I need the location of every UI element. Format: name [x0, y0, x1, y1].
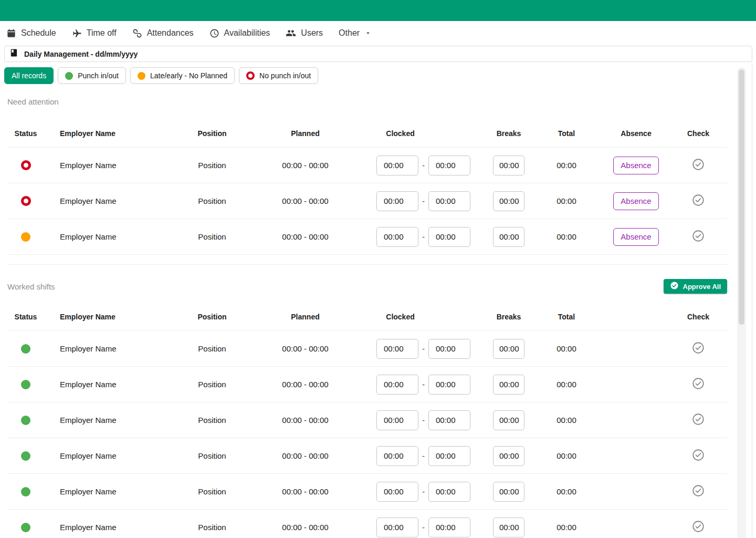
- main-nav: Schedule Time off Attendances Availabili…: [0, 21, 756, 45]
- status-icon: [21, 487, 30, 496]
- breaks-input[interactable]: [493, 375, 524, 395]
- header-total: Total: [538, 129, 595, 138]
- check-circle-icon: [691, 448, 705, 463]
- clock-out-input[interactable]: [428, 191, 470, 211]
- approve-check-button[interactable]: [691, 193, 705, 209]
- planned-time: 00:00 - 00:00: [244, 416, 367, 425]
- need-attention-title: Need attention: [7, 97, 756, 106]
- clock-in-input[interactable]: [376, 410, 418, 430]
- total-time: 00:00: [538, 523, 595, 532]
- clock-out-input[interactable]: [428, 156, 470, 175]
- scrollbar-thumb[interactable]: [739, 69, 744, 325]
- header-clocked: Clocked: [367, 129, 480, 138]
- planned-time: 00:00 - 00:00: [244, 451, 367, 460]
- approve-all-button[interactable]: Approve All: [664, 279, 727, 294]
- table-row: Employer Name Position 00:00 - 00:00 - 0…: [7, 148, 727, 183]
- clock-in-input[interactable]: [376, 227, 418, 247]
- breaks-input[interactable]: [493, 339, 524, 359]
- nav-item-users[interactable]: Users: [286, 28, 323, 38]
- check-circle-icon: [691, 229, 705, 244]
- time-separator: -: [422, 344, 425, 353]
- filter-punch-in-out[interactable]: Punch in/out: [58, 67, 126, 84]
- clock-out-input[interactable]: [428, 375, 470, 395]
- laces-knot-icon: [132, 28, 142, 38]
- clock-in-input[interactable]: [376, 518, 418, 537]
- employer-name: Employer Name: [44, 451, 181, 460]
- status-icon: [21, 523, 30, 532]
- header-status: Status: [7, 313, 44, 321]
- filter-late-early[interactable]: Late/early - No Planned: [130, 67, 235, 84]
- orange-dot-icon: [138, 72, 145, 80]
- page-title: Daily Management - dd/mm/yyyy: [24, 50, 138, 58]
- check-circle-filled-icon: [670, 281, 679, 292]
- planned-time: 00:00 - 00:00: [244, 487, 367, 496]
- employer-name: Employer Name: [44, 523, 181, 532]
- approve-check-button[interactable]: [691, 484, 705, 499]
- nav-item-other[interactable]: Other: [339, 28, 372, 38]
- position: Position: [181, 232, 244, 241]
- filter-all-records[interactable]: All records: [4, 67, 54, 84]
- book-icon: [9, 48, 18, 59]
- time-separator: -: [422, 523, 425, 532]
- header-employer: Employer Name: [44, 313, 181, 321]
- breaks-input[interactable]: [493, 227, 524, 247]
- clock-out-input[interactable]: [428, 227, 470, 247]
- section-divider: [7, 264, 727, 265]
- table-row: Employer Name Position 00:00 - 00:00 - 0…: [7, 183, 727, 219]
- employer-name: Employer Name: [44, 232, 181, 241]
- nav-item-attendances[interactable]: Attendances: [132, 28, 194, 38]
- green-dot-icon: [65, 72, 73, 80]
- clock-in-input[interactable]: [376, 339, 418, 359]
- planned-time: 00:00 - 00:00: [244, 232, 367, 241]
- clock-out-input[interactable]: [428, 482, 470, 502]
- worked-shifts-table: Status Employer Name Position Planned Cl…: [7, 313, 727, 538]
- total-time: 00:00: [538, 344, 595, 353]
- time-separator: -: [422, 161, 425, 170]
- approve-check-button[interactable]: [691, 520, 705, 535]
- status-icon: [21, 380, 30, 389]
- nav-item-schedule[interactable]: Schedule: [6, 28, 56, 38]
- absence-button[interactable]: Absence: [613, 228, 658, 246]
- status-icon: [21, 196, 31, 206]
- clock-out-input[interactable]: [428, 339, 470, 359]
- absence-button[interactable]: Absence: [613, 157, 658, 174]
- clock-out-input[interactable]: [428, 518, 470, 537]
- approve-check-button[interactable]: [691, 377, 705, 392]
- vertical-scrollbar[interactable]: [737, 67, 746, 538]
- need-attention-rows: Employer Name Position 00:00 - 00:00 - 0…: [7, 148, 727, 255]
- check-circle-icon: [691, 377, 705, 392]
- approve-check-button[interactable]: [691, 158, 705, 173]
- approve-check-button[interactable]: [691, 341, 705, 356]
- clock-in-input[interactable]: [376, 446, 418, 466]
- clock-in-input[interactable]: [376, 482, 418, 502]
- breaks-input[interactable]: [493, 518, 524, 537]
- breaks-input[interactable]: [493, 156, 524, 175]
- clock-in-input[interactable]: [376, 375, 418, 395]
- time-separator: -: [422, 416, 425, 425]
- total-time: 00:00: [538, 416, 595, 425]
- breaks-input[interactable]: [493, 482, 524, 502]
- approve-check-button[interactable]: [691, 229, 705, 244]
- header-clocked: Clocked: [367, 313, 480, 321]
- nav-item-availabilities[interactable]: Availabilities: [209, 28, 270, 38]
- table-row: Employer Name Position 00:00 - 00:00 - 0…: [7, 510, 727, 538]
- employer-name: Employer Name: [44, 487, 181, 496]
- table-row: Employer Name Position 00:00 - 00:00 - 0…: [7, 331, 727, 367]
- breaks-input[interactable]: [493, 410, 524, 430]
- breaks-input[interactable]: [493, 191, 524, 211]
- table-row: Employer Name Position 00:00 - 00:00 - 0…: [7, 438, 727, 474]
- clock-out-input[interactable]: [428, 446, 470, 466]
- nav-item-time-off[interactable]: Time off: [72, 28, 117, 38]
- position: Position: [181, 451, 244, 460]
- clock-in-input[interactable]: [376, 156, 418, 175]
- nav-label: Other: [339, 28, 360, 38]
- absence-button[interactable]: Absence: [613, 192, 658, 210]
- total-time: 00:00: [538, 451, 595, 460]
- clock-out-input[interactable]: [428, 410, 470, 430]
- clock-in-input[interactable]: [376, 191, 418, 211]
- breaks-input[interactable]: [493, 446, 524, 466]
- approve-check-button[interactable]: [691, 412, 705, 428]
- header-check: Check: [677, 129, 720, 138]
- filter-no-punch[interactable]: No punch in/out: [239, 67, 318, 84]
- approve-check-button[interactable]: [691, 448, 705, 463]
